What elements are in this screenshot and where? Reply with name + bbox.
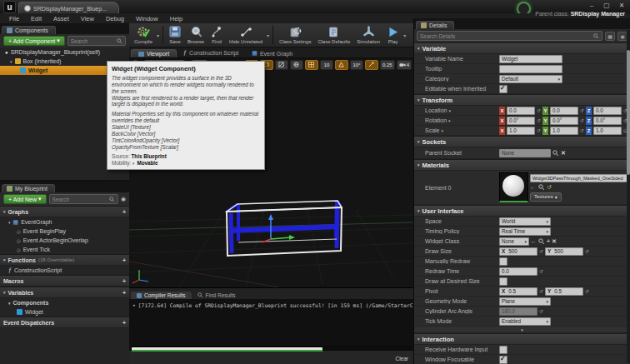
- compile-button[interactable]: Compile: [131, 23, 156, 47]
- components-search-input[interactable]: Search: [68, 36, 126, 46]
- reset-icon[interactable]: ↺: [537, 117, 541, 123]
- event-dispatchers-header[interactable]: Event Dispatchers +: [0, 317, 129, 328]
- clear-class-icon[interactable]: ✕: [552, 238, 557, 245]
- reset-material-icon[interactable]: ↺: [548, 184, 552, 191]
- location-y-field[interactable]: 0.0: [550, 107, 578, 115]
- pivot-x-field[interactable]: X0.5: [499, 287, 538, 296]
- geometry-mode-dropdown[interactable]: Plane ▾: [499, 297, 551, 306]
- view-options-icon[interactable]: ◉: [121, 196, 126, 202]
- add-function-icon[interactable]: +: [122, 257, 126, 263]
- reset-icon[interactable]: ↺: [539, 248, 543, 254]
- simulation-button[interactable]: Simulation: [353, 23, 383, 47]
- reset-icon[interactable]: ↺: [539, 288, 543, 294]
- rotation-x-field[interactable]: 0.0°: [507, 117, 535, 125]
- browse-button[interactable]: Browse: [184, 23, 208, 47]
- variables-section-header[interactable]: ▾ Variables +: [0, 287, 129, 298]
- section-sockets[interactable]: ▾ Sockets: [414, 136, 630, 147]
- tab-compiler-results[interactable]: Compiler Results: [131, 292, 192, 299]
- reset-icon[interactable]: ↺: [539, 268, 543, 274]
- clear-socket-icon[interactable]: ✕: [561, 150, 566, 157]
- functions-section-header[interactable]: ▾ Functions (18 Overridable) +: [0, 254, 129, 266]
- find-button[interactable]: Find: [208, 23, 226, 47]
- scale-z-field[interactable]: 1.0: [593, 127, 622, 135]
- document-tab[interactable]: SRDisplayManager_Bluep...: [18, 2, 119, 14]
- details-scrollbar[interactable]: [627, 30, 630, 363]
- new-asset-icon[interactable]: +: [547, 238, 550, 244]
- draw-size-y-field[interactable]: Y500: [545, 247, 583, 256]
- section-interaction[interactable]: ▾ Interaction: [414, 333, 630, 345]
- section-transform[interactable]: ▾ Transform: [414, 94, 630, 106]
- event-tick-item[interactable]: ◇ Event Tick: [0, 245, 129, 254]
- eventgraph-item[interactable]: ▾ ▦ EventGraph: [0, 217, 129, 227]
- add-component-button[interactable]: + Add Component ▾: [3, 36, 65, 46]
- reset-icon[interactable]: ↺: [537, 127, 541, 133]
- compiler-hscrollbar[interactable]: [131, 346, 412, 350]
- reset-icon[interactable]: ↺: [580, 117, 584, 123]
- component-row-self[interactable]: ● SRDisplayManager_Blueprint(self): [0, 47, 129, 57]
- reset-icon[interactable]: ↺: [580, 127, 584, 133]
- manually-redraw-checkbox[interactable]: [499, 257, 508, 266]
- menu-asset[interactable]: Asset: [48, 15, 75, 22]
- rotation-snap-toggle[interactable]: [335, 60, 348, 70]
- event-beginplay-item[interactable]: ◇ Event BeginPlay: [0, 227, 129, 236]
- scale-tool-button[interactable]: [275, 60, 288, 70]
- draw-at-desired-size-checkbox[interactable]: [499, 277, 508, 286]
- scrollbar-thumb[interactable]: [627, 50, 630, 175]
- section-materials[interactable]: ▾ Materials: [414, 159, 630, 171]
- browse-to-asset-icon[interactable]: [538, 184, 545, 191]
- use-selected-asset-icon[interactable]: ←: [530, 184, 536, 190]
- world-coordinate-button[interactable]: [290, 60, 303, 70]
- rotation-y-field[interactable]: 0.0°: [550, 117, 578, 125]
- rotation-snap-value[interactable]: 10°: [350, 60, 363, 70]
- construction-script-item[interactable]: ƒ ConstructionScript: [0, 266, 129, 275]
- reset-icon[interactable]: ↺: [585, 288, 589, 294]
- rotation-z-field[interactable]: 0.0°: [593, 117, 622, 125]
- clear-button[interactable]: Clear: [395, 356, 408, 362]
- tab-construction-script[interactable]: ƒ Construction Script: [177, 48, 245, 57]
- draw-size-x-field[interactable]: X500: [499, 247, 538, 256]
- save-button[interactable]: Save: [166, 23, 184, 47]
- variable-name-field[interactable]: Widget: [499, 55, 562, 63]
- widget-class-dropdown[interactable]: None ▾: [499, 237, 529, 246]
- editable-when-inherited-checkbox[interactable]: [499, 85, 508, 93]
- property-matrix-icon[interactable]: ▦: [605, 32, 615, 41]
- close-button[interactable]: ✕: [617, 2, 627, 9]
- components-group-item[interactable]: ▾ Components: [0, 298, 129, 307]
- redraw-time-field[interactable]: 0.0: [499, 267, 538, 276]
- minimize-button[interactable]: –: [587, 2, 597, 9]
- grid-snap-value[interactable]: 10: [320, 60, 333, 70]
- play-button[interactable]: Play: [383, 23, 402, 47]
- tab-find-results[interactable]: Find Results: [192, 292, 242, 299]
- scale-label[interactable]: Scale▾: [414, 127, 499, 133]
- reset-icon[interactable]: ↺: [580, 107, 584, 113]
- reset-icon[interactable]: ↺: [585, 248, 589, 254]
- add-dispatcher-icon[interactable]: +: [122, 320, 126, 326]
- menu-view[interactable]: View: [75, 15, 100, 22]
- macros-section-header[interactable]: Macros +: [0, 275, 129, 287]
- menu-file[interactable]: File: [3, 15, 25, 22]
- add-graph-icon[interactable]: +: [122, 209, 126, 215]
- play-options-caret-icon[interactable]: ▾: [403, 32, 406, 38]
- menu-window[interactable]: Window: [130, 15, 164, 22]
- hide-unrelated-caret-icon[interactable]: ▾: [267, 32, 269, 38]
- category-dropdown[interactable]: Default ▾: [499, 75, 562, 83]
- scale-snap-toggle[interactable]: [365, 60, 378, 70]
- add-variable-icon[interactable]: +: [122, 290, 126, 296]
- reset-icon[interactable]: ↺: [537, 107, 541, 113]
- tick-mode-dropdown[interactable]: Enabled ▾: [499, 317, 551, 326]
- tab-details[interactable]: Details: [416, 21, 454, 29]
- timing-policy-dropdown[interactable]: Real Time ▾: [499, 227, 551, 236]
- graphs-section-header[interactable]: ▾ Graphs +: [0, 206, 129, 217]
- expander-icon[interactable]: ▾: [10, 59, 12, 64]
- add-new-button[interactable]: + Add New ▾: [3, 194, 47, 204]
- tab-my-blueprint[interactable]: My Blueprint: [2, 184, 55, 192]
- menu-edit[interactable]: Edit: [25, 15, 48, 22]
- camera-speed-button[interactable]: 4: [397, 60, 412, 70]
- my-blueprint-search-input[interactable]: Search: [49, 194, 118, 204]
- rotation-label[interactable]: Rotation▾: [414, 117, 499, 123]
- add-macro-icon[interactable]: +: [122, 278, 126, 284]
- textures-button[interactable]: Textures ▾: [530, 192, 562, 202]
- section-user-interface[interactable]: ▾ User Interface: [414, 205, 630, 217]
- class-settings-button[interactable]: Class Settings: [276, 23, 314, 47]
- menu-help[interactable]: Help: [164, 15, 188, 22]
